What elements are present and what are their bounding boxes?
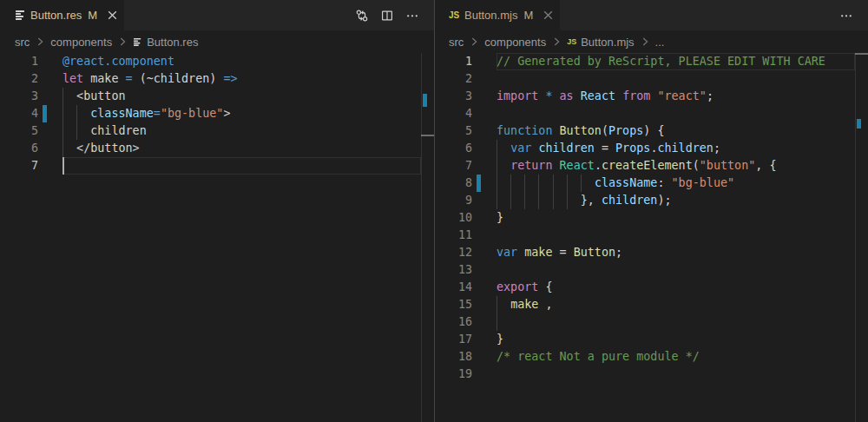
breadcrumb-label: Button.res bbox=[147, 36, 198, 49]
breadcrumb-label: src bbox=[15, 36, 30, 49]
git-modified-gutter[interactable] bbox=[43, 105, 47, 122]
breadcrumb-label: components bbox=[50, 36, 112, 49]
line-number: 14 bbox=[434, 279, 472, 296]
breadcrumb-separator-icon bbox=[550, 36, 562, 48]
line-number: 5 bbox=[434, 122, 472, 140]
overview-ruler-cursor-mark bbox=[855, 53, 868, 55]
breadcrumb-item[interactable]: JSButton.mjs bbox=[567, 36, 634, 49]
code-line: @react.component bbox=[62, 53, 174, 70]
more-actions-icon[interactable] bbox=[405, 9, 419, 23]
code-line: className="bg-blue"> bbox=[62, 105, 231, 122]
line-number: 2 bbox=[434, 70, 472, 88]
line-number: 11 bbox=[434, 227, 472, 244]
line-number: 10 bbox=[434, 209, 472, 227]
overview-ruler-border-left bbox=[421, 53, 422, 422]
breadcrumb-item[interactable]: components bbox=[50, 36, 112, 49]
file-lines-icon bbox=[133, 37, 142, 47]
line-number: 12 bbox=[434, 244, 472, 261]
code-line: function Button(Props) { bbox=[496, 122, 665, 140]
javascript-icon: JS bbox=[567, 37, 576, 46]
code-line: children bbox=[62, 122, 147, 140]
code-line: make , bbox=[496, 296, 553, 313]
open-changes-icon[interactable] bbox=[355, 9, 369, 23]
line-number: 3 bbox=[0, 88, 38, 105]
line-number: 18 bbox=[434, 348, 472, 366]
line-number: 4 bbox=[0, 105, 38, 122]
breadcrumb-label: ... bbox=[655, 36, 665, 49]
close-icon[interactable] bbox=[539, 7, 556, 24]
tab-modified-badge: M bbox=[523, 9, 533, 22]
breadcrumb-separator-icon bbox=[34, 36, 46, 48]
text-cursor bbox=[62, 157, 64, 175]
breadcrumb-label: src bbox=[449, 36, 464, 49]
breadcrumb-separator-icon bbox=[639, 36, 651, 48]
breadcrumb-label: components bbox=[484, 36, 546, 49]
code-line: </button> bbox=[62, 140, 140, 157]
line-number: 1 bbox=[434, 53, 472, 70]
code-line: }, children); bbox=[496, 192, 672, 209]
line-number: 13 bbox=[434, 261, 472, 279]
code-editor-left[interactable]: 1@react.component2let make = (~children)… bbox=[0, 53, 434, 422]
line-number: 19 bbox=[434, 366, 472, 383]
code-editor-right[interactable]: 1// Generated by ReScript, PLEASE EDIT W… bbox=[434, 53, 868, 422]
split-editor-icon[interactable] bbox=[380, 9, 394, 23]
editor-actions-left bbox=[355, 0, 434, 30]
code-line: let make = (~children) => bbox=[62, 70, 238, 88]
code-line: } bbox=[496, 331, 503, 348]
editor-pane-right: JS Button.mjs M srccomponentsJSButton.mj… bbox=[434, 0, 868, 422]
line-number: 7 bbox=[434, 157, 472, 175]
breadcrumb-item[interactable]: components bbox=[484, 36, 546, 49]
line-number: 6 bbox=[434, 140, 472, 157]
line-number: 16 bbox=[434, 313, 472, 331]
current-line-highlight bbox=[62, 157, 421, 175]
git-modified-gutter[interactable] bbox=[477, 175, 481, 192]
code-line: className: "bg-blue" bbox=[496, 175, 734, 192]
breadcrumb-item[interactable]: ... bbox=[655, 36, 665, 49]
breadcrumbs-right: srccomponentsJSButton.mjs... bbox=[434, 30, 868, 53]
tab-label: Button.res bbox=[30, 9, 82, 22]
editor-group-divider[interactable] bbox=[434, 0, 435, 422]
more-actions-icon[interactable] bbox=[839, 9, 853, 23]
javascript-icon: JS bbox=[447, 9, 461, 23]
overview-ruler-modified-mark bbox=[423, 94, 427, 108]
line-number: 1 bbox=[0, 53, 38, 70]
breadcrumb-item[interactable]: src bbox=[15, 36, 30, 49]
code-line: var children = Props.children; bbox=[496, 140, 720, 157]
code-line: var make = Button; bbox=[496, 244, 622, 261]
breadcrumb-separator-icon bbox=[116, 36, 128, 48]
overview-ruler-cursor-mark bbox=[421, 135, 434, 136]
line-number: 7 bbox=[0, 157, 38, 175]
line-number: 6 bbox=[0, 140, 38, 157]
file-lines-icon bbox=[13, 9, 27, 23]
code-line: <button bbox=[62, 88, 126, 105]
editor-pane-left: Button.res M bbox=[0, 0, 434, 422]
breadcrumb-separator-icon bbox=[468, 36, 480, 48]
line-number: 17 bbox=[434, 331, 472, 348]
tab-bar-right: JS Button.mjs M bbox=[434, 0, 868, 30]
code-line: return React.createElement("button", { bbox=[496, 157, 777, 175]
overview-ruler-border-right bbox=[855, 53, 856, 422]
tab-label: Button.mjs bbox=[464, 9, 517, 22]
breadcrumb-item[interactable]: Button.res bbox=[133, 36, 198, 49]
code-line: import * as React from "react"; bbox=[496, 88, 713, 105]
close-icon[interactable] bbox=[103, 7, 121, 24]
overview-ruler-modified-mark bbox=[857, 119, 861, 129]
line-number: 3 bbox=[434, 88, 472, 105]
code-line: /* react Not a pure module */ bbox=[496, 348, 700, 366]
tab-modified-badge: M bbox=[88, 9, 97, 22]
breadcrumb-item[interactable]: src bbox=[449, 36, 464, 49]
line-number: 9 bbox=[434, 192, 472, 209]
tab-bar-left: Button.res M bbox=[0, 0, 434, 30]
line-number: 4 bbox=[434, 105, 472, 122]
breadcrumb-label: Button.mjs bbox=[581, 36, 634, 49]
code-line: // Generated by ReScript, PLEASE EDIT WI… bbox=[496, 53, 825, 70]
breadcrumbs-left: srccomponentsButton.res bbox=[0, 30, 434, 53]
line-number: 8 bbox=[434, 175, 472, 192]
editor-actions-right bbox=[839, 0, 868, 30]
line-number: 2 bbox=[0, 70, 38, 88]
line-number: 15 bbox=[434, 296, 472, 313]
tab-button-res[interactable]: Button.res M bbox=[0, 0, 124, 30]
code-line: export { bbox=[496, 279, 553, 296]
tab-button-mjs[interactable]: JS Button.mjs M bbox=[434, 0, 560, 30]
line-number: 5 bbox=[0, 122, 38, 140]
